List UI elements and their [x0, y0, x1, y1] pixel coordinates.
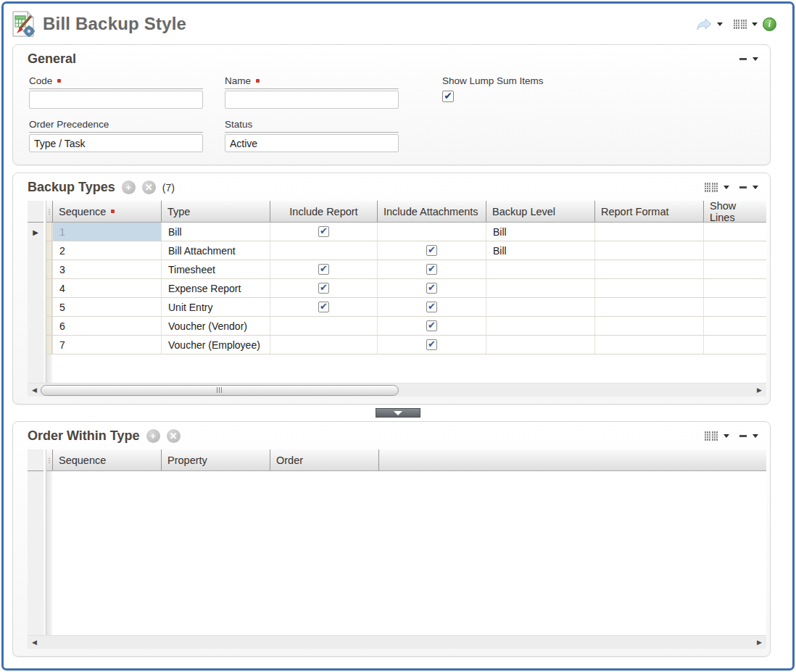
panel-menu-icon[interactable]	[753, 186, 758, 189]
cell-include-attachments[interactable]	[377, 260, 486, 278]
cell-show-lines[interactable]	[703, 241, 766, 260]
scroll-right-icon[interactable]: ▶	[755, 387, 764, 394]
cell-include-attachments[interactable]	[377, 298, 486, 316]
cell-sequence[interactable]: 1	[52, 223, 161, 241]
cell-backup-level[interactable]: Bill	[486, 241, 594, 260]
scrollbar-thumb[interactable]	[41, 385, 399, 396]
cell-report-format[interactable]	[594, 298, 703, 316]
column-options-dropdown-icon[interactable]	[724, 186, 729, 189]
column-options-icon[interactable]	[705, 431, 718, 441]
cell-type[interactable]: Timesheet	[161, 260, 270, 278]
include-report-checkbox[interactable]	[318, 264, 329, 275]
cell-backup-level[interactable]: Bill	[486, 223, 594, 241]
row-handle[interactable]	[46, 241, 52, 260]
cell-report-format[interactable]	[594, 279, 703, 297]
include-report-checkbox[interactable]	[318, 302, 329, 312]
horizontal-scrollbar[interactable]: ◀ ▶	[28, 635, 766, 649]
include-attachments-checkbox[interactable]	[426, 245, 437, 256]
include-attachments-checkbox[interactable]	[426, 339, 437, 350]
table-row[interactable]: 4Expense Report	[46, 279, 766, 298]
cell-include-report[interactable]	[270, 336, 377, 354]
column-header-order[interactable]: Order	[270, 449, 378, 470]
cell-sequence[interactable]: 6	[52, 317, 161, 335]
panel-menu-icon[interactable]	[753, 57, 758, 61]
status-field[interactable]	[225, 134, 399, 152]
order-precedence-field[interactable]	[29, 134, 203, 152]
cell-type[interactable]: Voucher (Employee)	[161, 336, 270, 354]
cell-show-lines[interactable]	[703, 223, 766, 241]
delete-row-icon[interactable]: ✕	[167, 429, 181, 443]
cell-show-lines[interactable]	[703, 317, 766, 335]
include-attachments-checkbox[interactable]	[426, 320, 437, 331]
table-row[interactable]: 3Timesheet	[46, 260, 766, 279]
show-lump-sum-checkbox[interactable]	[442, 91, 454, 102]
cell-include-attachments[interactable]	[377, 241, 486, 260]
cell-include-report[interactable]	[270, 298, 377, 316]
code-field[interactable]	[29, 91, 203, 109]
cell-show-lines[interactable]	[703, 336, 766, 354]
column-options-icon[interactable]	[734, 20, 747, 29]
column-header-property[interactable]: Property	[161, 449, 270, 470]
include-attachments-checkbox[interactable]	[426, 302, 437, 312]
cell-type[interactable]: Voucher (Vendor)	[161, 317, 270, 335]
row-handle[interactable]	[46, 260, 52, 278]
navigate-arrow-icon[interactable]	[696, 18, 712, 30]
row-handle[interactable]	[46, 298, 52, 316]
cell-include-attachments[interactable]	[377, 336, 486, 354]
cell-report-format[interactable]	[594, 317, 703, 335]
include-attachments-checkbox[interactable]	[426, 283, 437, 294]
row-handle[interactable]	[46, 317, 52, 335]
column-header-backup-level[interactable]: Backup Level	[486, 201, 594, 222]
cell-include-attachments[interactable]	[377, 223, 486, 241]
cell-include-report[interactable]	[270, 223, 377, 241]
cell-show-lines[interactable]	[703, 279, 766, 297]
cell-sequence[interactable]: 4	[52, 279, 161, 297]
splitter-collapse-button[interactable]	[376, 408, 420, 418]
cell-include-attachments[interactable]	[377, 279, 486, 297]
column-header-sequence[interactable]: Sequence	[52, 201, 161, 222]
cell-backup-level[interactable]	[486, 279, 594, 297]
column-header-report-format[interactable]: Report Format	[594, 201, 703, 222]
include-attachments-checkbox[interactable]	[426, 264, 437, 275]
cell-sequence[interactable]: 2	[52, 241, 161, 260]
column-header-include-attachments[interactable]: Include Attachments	[377, 201, 486, 222]
column-header-sequence[interactable]: Sequence	[52, 449, 161, 470]
cell-include-report[interactable]	[270, 241, 377, 260]
column-header-include-report[interactable]: Include Report	[270, 201, 377, 222]
cell-type[interactable]: Expense Report	[161, 279, 270, 297]
add-row-icon[interactable]: +	[146, 429, 160, 443]
panel-menu-icon[interactable]	[753, 434, 758, 438]
row-selector-gutter[interactable]: ▶	[28, 201, 43, 383]
add-row-icon[interactable]: +	[122, 181, 136, 194]
delete-row-icon[interactable]: ✕	[142, 181, 156, 194]
row-handle[interactable]	[46, 279, 52, 297]
navigate-dropdown-icon[interactable]	[717, 22, 723, 26]
cell-include-report[interactable]	[270, 317, 377, 335]
include-report-checkbox[interactable]	[318, 283, 329, 294]
collapse-panel-icon[interactable]	[739, 58, 747, 60]
cell-type[interactable]: Bill	[161, 223, 270, 241]
cell-sequence[interactable]: 7	[52, 336, 161, 354]
horizontal-scrollbar[interactable]: ◀ ▶	[28, 383, 766, 397]
table-row[interactable]: 2Bill AttachmentBill	[46, 241, 766, 260]
cell-show-lines[interactable]	[703, 260, 766, 278]
row-handle[interactable]	[46, 336, 52, 354]
column-header-type[interactable]: Type	[161, 201, 270, 222]
table-row[interactable]: 7Voucher (Employee)	[46, 336, 766, 354]
info-icon[interactable]: i	[763, 17, 776, 31]
collapse-panel-icon[interactable]	[739, 186, 747, 188]
cell-sequence[interactable]: 3	[52, 260, 161, 278]
column-options-icon[interactable]	[705, 183, 718, 192]
cell-include-attachments[interactable]	[377, 317, 486, 335]
scroll-left-icon[interactable]: ◀	[30, 387, 39, 394]
cell-backup-level[interactable]	[486, 298, 594, 316]
cell-include-report[interactable]	[270, 279, 377, 297]
cell-show-lines[interactable]	[703, 298, 766, 316]
include-report-checkbox[interactable]	[318, 226, 329, 237]
scroll-right-icon[interactable]: ▶	[755, 639, 764, 646]
scroll-left-icon[interactable]: ◀	[30, 639, 39, 646]
cell-report-format[interactable]	[594, 336, 703, 354]
column-header-show-lines[interactable]: Show Lines	[703, 201, 766, 222]
table-row[interactable]: 5Unit Entry	[46, 298, 766, 317]
column-options-dropdown-icon[interactable]	[752, 22, 758, 26]
